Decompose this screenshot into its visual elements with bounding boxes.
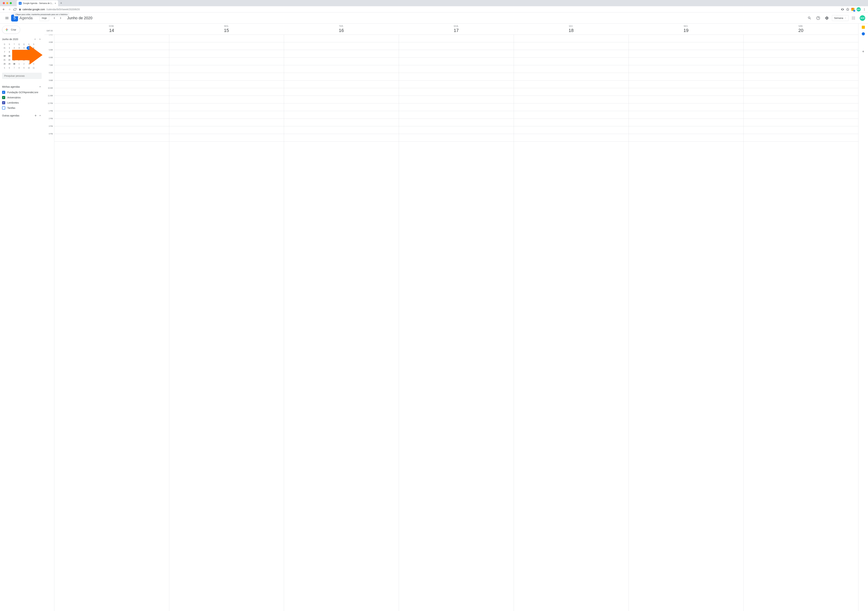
- mini-cal-day[interactable]: 24: [17, 58, 21, 62]
- calendar-item[interactable]: Fundação GCFAprendeLivre: [2, 90, 42, 95]
- day-header[interactable]: TER.16: [284, 23, 399, 34]
- day-column[interactable]: [284, 35, 399, 611]
- mini-cal-day[interactable]: 10: [17, 50, 21, 54]
- browser-tab[interactable]: 5 Google Agenda - Semana de 1... ×: [17, 0, 58, 6]
- day-column[interactable]: [54, 35, 169, 611]
- mini-cal-day[interactable]: 1: [7, 46, 12, 50]
- mini-cal-day[interactable]: 4: [31, 62, 36, 66]
- mini-cal-day[interactable]: 9: [12, 50, 17, 54]
- svg-point-7: [852, 18, 852, 18]
- day-header[interactable]: SEX.19: [629, 23, 744, 34]
- mini-cal-day[interactable]: 26: [26, 58, 31, 62]
- mini-cal-day[interactable]: 16: [12, 54, 17, 58]
- help-button[interactable]: [815, 14, 822, 22]
- close-tab-icon[interactable]: ×: [55, 2, 56, 5]
- mini-cal-day[interactable]: 14: [2, 54, 7, 58]
- mini-cal-day[interactable]: 11: [31, 66, 36, 70]
- calendar-checkbox[interactable]: [2, 91, 5, 94]
- mini-cal-day[interactable]: 1: [17, 62, 21, 66]
- day-column[interactable]: [629, 35, 744, 611]
- mini-cal-day[interactable]: 15: [7, 54, 12, 58]
- keep-icon[interactable]: [862, 26, 865, 29]
- week-grid[interactable]: [54, 35, 858, 611]
- my-calendars-toggle[interactable]: Minhas agendas: [2, 84, 42, 90]
- mini-cal-day[interactable]: 31: [2, 46, 7, 50]
- mini-cal-day[interactable]: 20: [31, 54, 36, 58]
- calendar-item[interactable]: Lembretes: [2, 100, 42, 105]
- other-calendars-toggle[interactable]: Outras agendas: [2, 113, 42, 119]
- add-addon-icon[interactable]: +: [862, 49, 864, 54]
- star-icon[interactable]: [846, 8, 849, 11]
- chrome-profile-avatar[interactable]: GCF: [857, 7, 861, 11]
- search-people-input[interactable]: [2, 73, 42, 79]
- calendar-checkbox[interactable]: [2, 96, 5, 99]
- mini-cal-day[interactable]: 6: [7, 66, 12, 70]
- mini-cal-day[interactable]: 27: [31, 58, 36, 62]
- extension-icon[interactable]: 1: [851, 8, 854, 11]
- reload-button[interactable]: [13, 8, 17, 11]
- mini-cal-day[interactable]: 29: [7, 62, 12, 66]
- new-tab-button[interactable]: +: [60, 2, 62, 5]
- mini-cal-day[interactable]: 12: [26, 50, 31, 54]
- day-column[interactable]: [399, 35, 514, 611]
- back-button[interactable]: [2, 8, 6, 11]
- mini-cal-day[interactable]: 2: [12, 46, 17, 50]
- search-button[interactable]: [806, 14, 813, 22]
- day-column[interactable]: [514, 35, 629, 611]
- mini-calendar-prev[interactable]: [33, 37, 37, 41]
- eye-icon[interactable]: [841, 8, 844, 11]
- mini-cal-day[interactable]: 3: [17, 46, 21, 50]
- calendar-checkbox[interactable]: [2, 101, 5, 104]
- main-menu-button[interactable]: [3, 14, 11, 22]
- add-calendar-icon[interactable]: [34, 114, 37, 117]
- mini-cal-day[interactable]: 22: [7, 58, 12, 62]
- mini-cal-day[interactable]: 25: [22, 58, 26, 62]
- settings-button[interactable]: [823, 14, 831, 22]
- mini-cal-day[interactable]: 19: [26, 54, 31, 58]
- user-avatar[interactable]: GCF: [860, 15, 865, 21]
- forward-button[interactable]: [8, 8, 11, 11]
- mini-cal-day[interactable]: 11: [22, 50, 26, 54]
- day-header[interactable]: SÁB.20: [743, 23, 858, 34]
- view-selector[interactable]: Semana: [832, 15, 849, 21]
- mini-cal-day[interactable]: 8: [17, 66, 21, 70]
- mini-cal-day[interactable]: 18: [22, 54, 26, 58]
- mini-cal-day[interactable]: 13: [31, 50, 36, 54]
- mini-cal-day[interactable]: 4: [22, 46, 26, 50]
- maximize-window-button[interactable]: [10, 2, 12, 4]
- mini-cal-day[interactable]: 7: [2, 50, 7, 54]
- mini-cal-day[interactable]: 23: [12, 58, 17, 62]
- day-header[interactable]: SEG.15: [169, 23, 284, 34]
- chrome-menu-icon[interactable]: [863, 8, 866, 11]
- mini-cal-day[interactable]: 17: [17, 54, 21, 58]
- mini-cal-dow: S: [7, 43, 12, 46]
- create-button[interactable]: Criar: [2, 26, 20, 34]
- mini-cal-day[interactable]: 21: [2, 58, 7, 62]
- minimize-window-button[interactable]: [6, 2, 8, 4]
- mini-cal-day[interactable]: 8: [7, 50, 12, 54]
- mini-cal-day[interactable]: 10: [26, 66, 31, 70]
- mini-cal-day[interactable]: 30: [12, 62, 17, 66]
- mini-cal-day[interactable]: 6: [31, 46, 36, 50]
- mini-calendar-next[interactable]: [38, 37, 42, 41]
- day-header[interactable]: QUA.17: [399, 23, 514, 34]
- mini-cal-day[interactable]: 28: [2, 62, 7, 66]
- day-column[interactable]: [743, 35, 858, 611]
- calendar-item[interactable]: Tarefas: [2, 105, 42, 111]
- close-window-button[interactable]: [3, 2, 5, 4]
- mini-cal-day[interactable]: 5: [2, 66, 7, 70]
- mini-cal-day[interactable]: 7: [12, 66, 17, 70]
- url-field[interactable]: calendar.google.com/calendar/b/0/r/week/…: [19, 8, 839, 11]
- mini-cal-day[interactable]: 3: [26, 62, 31, 66]
- day-header[interactable]: DOM.14: [54, 23, 169, 34]
- calendar-checkbox[interactable]: [2, 107, 5, 110]
- calendar-item[interactable]: Aniversários: [2, 95, 42, 100]
- back-button-tooltip: Clique para voltar, mantenha pressionado…: [14, 12, 69, 16]
- mini-cal-day[interactable]: 9: [22, 66, 26, 70]
- day-header[interactable]: QUI.18: [514, 23, 629, 34]
- mini-cal-day[interactable]: 5: [26, 46, 31, 50]
- mini-cal-day[interactable]: 2: [22, 62, 26, 66]
- google-apps-button[interactable]: [850, 15, 857, 22]
- tasks-icon[interactable]: [862, 32, 865, 36]
- day-column[interactable]: [169, 35, 284, 611]
